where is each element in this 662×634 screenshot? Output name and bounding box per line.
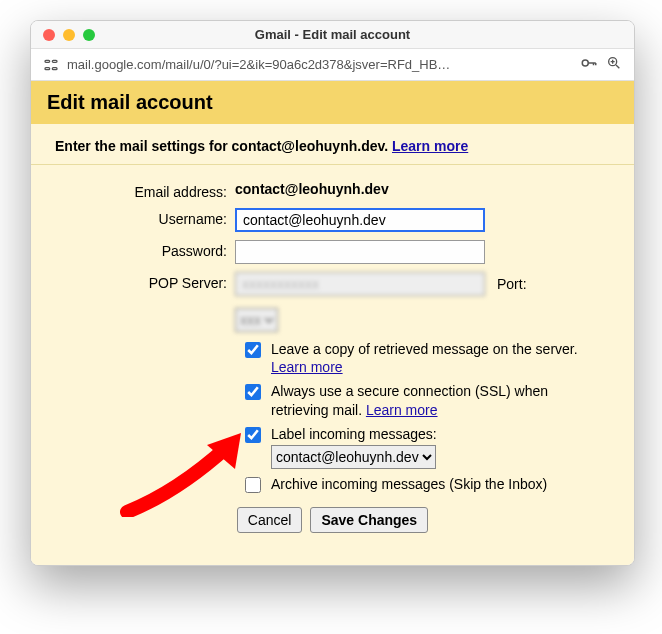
titlebar: Gmail - Edit mail account — [31, 21, 634, 49]
close-icon[interactable] — [43, 29, 55, 41]
zoom-icon[interactable] — [606, 55, 622, 74]
cancel-button[interactable]: Cancel — [237, 507, 303, 533]
url-bar: mail.google.com/mail/u/0/?ui=2&ik=90a6c2… — [31, 49, 634, 81]
intro-prefix: Enter the mail settings for contact@leoh… — [55, 138, 392, 154]
ssl-text: Always use a secure connection (SSL) whe… — [271, 382, 610, 418]
pop-label: POP Server: — [55, 272, 235, 291]
svg-rect-3 — [52, 67, 57, 69]
port-label: Port: — [497, 276, 527, 292]
learn-more-link[interactable]: Learn more — [271, 359, 343, 375]
learn-more-link[interactable]: Learn more — [366, 402, 438, 418]
label-incoming-option: Label incoming messages: contact@leohuyn… — [245, 425, 610, 469]
button-row: Cancel Save Changes — [55, 507, 610, 533]
svg-rect-1 — [52, 60, 57, 62]
email-value: contact@leohuynh.dev — [235, 181, 389, 197]
save-button[interactable]: Save Changes — [310, 507, 428, 533]
svg-rect-2 — [45, 67, 50, 69]
username-row: Username: — [55, 208, 610, 232]
password-key-icon[interactable] — [580, 54, 598, 75]
pop-row: POP Server: Port: xxx — [55, 272, 610, 332]
password-label: Password: — [55, 240, 235, 259]
archive-text: Archive incoming messages (Skip the Inbo… — [271, 475, 610, 493]
app-window: Gmail - Edit mail account mail.google.co… — [30, 20, 635, 566]
page-title: Edit mail account — [47, 91, 618, 114]
password-row: Password: — [55, 240, 610, 264]
leave-copy-option: Leave a copy of retrieved message on the… — [245, 340, 610, 376]
learn-more-link[interactable]: Learn more — [392, 138, 468, 154]
url-text[interactable]: mail.google.com/mail/u/0/?ui=2&ik=90a6c2… — [67, 57, 572, 72]
maximize-icon[interactable] — [83, 29, 95, 41]
password-input[interactable] — [235, 240, 485, 264]
page-header: Edit mail account — [31, 81, 634, 124]
archive-option: Archive incoming messages (Skip the Inbo… — [245, 475, 610, 493]
email-label: Email address: — [55, 181, 235, 200]
intro-text: Enter the mail settings for contact@leoh… — [31, 124, 634, 165]
svg-rect-0 — [45, 60, 50, 62]
svg-point-4 — [582, 60, 588, 66]
window-title: Gmail - Edit mail account — [31, 27, 634, 42]
label-incoming-checkbox[interactable] — [245, 427, 261, 443]
ssl-option: Always use a secure connection (SSL) whe… — [245, 382, 610, 418]
label-incoming-text: Label incoming messages: contact@leohuyn… — [271, 425, 610, 469]
username-label: Username: — [55, 208, 235, 227]
leave-copy-checkbox[interactable] — [245, 342, 261, 358]
ssl-checkbox[interactable] — [245, 384, 261, 400]
pop-server-input[interactable] — [235, 272, 485, 296]
email-row: Email address: contact@leohuynh.dev — [55, 181, 610, 200]
traffic-lights — [43, 29, 95, 41]
leave-copy-text: Leave a copy of retrieved message on the… — [271, 340, 610, 376]
username-input[interactable] — [235, 208, 485, 232]
port-select[interactable]: xxx — [235, 308, 278, 332]
site-settings-icon[interactable] — [43, 57, 59, 73]
label-select[interactable]: contact@leohuynh.dev — [271, 445, 436, 469]
page-content: Edit mail account Enter the mail setting… — [31, 81, 634, 565]
minimize-icon[interactable] — [63, 29, 75, 41]
settings-form: Email address: contact@leohuynh.dev User… — [31, 165, 634, 541]
archive-checkbox[interactable] — [245, 477, 261, 493]
